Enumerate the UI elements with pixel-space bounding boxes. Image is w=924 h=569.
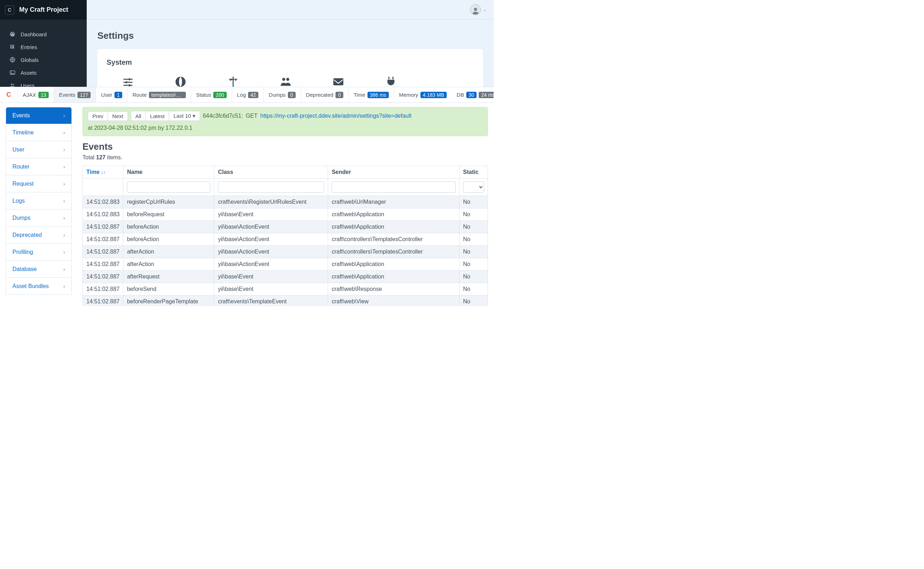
table-row[interactable]: 14:51:02.883registerCpUrlRulescraft\even… (83, 196, 488, 208)
debug-sidebar: Events›Timeline›User›Router›Request›Logs… (0, 103, 77, 306)
debug-cell-ajax[interactable]: AJAX13 (18, 87, 54, 102)
table-cell: craft\web\Application (328, 208, 460, 221)
debug-cell-db[interactable]: DB3024 ms (452, 87, 494, 102)
table-cell: beforeAction (123, 221, 214, 233)
table-cell: craft\web\Application (328, 271, 460, 283)
nav-entries[interactable]: Entries (0, 41, 87, 53)
latest-button[interactable]: Latest (146, 111, 169, 121)
request-meta: at 2023-04-28 02:51:02 pm by 172.22.0.1 (88, 124, 192, 132)
filter-time (83, 178, 123, 196)
table-cell: yii\base\ActionEvent (214, 258, 328, 271)
table-row[interactable]: 14:51:02.887beforeActionyii\base\ActionE… (83, 233, 488, 246)
debug-toolbar: C AJAX13Events127User1Routetemplates/re…… (0, 87, 494, 103)
col-class[interactable]: Class (214, 166, 328, 178)
table-cell: craft\web\Application (328, 258, 460, 271)
debug-side-profiling[interactable]: Profiling› (6, 243, 72, 261)
settings-heading: System (107, 58, 474, 67)
debug-side-request[interactable]: Request› (6, 175, 72, 192)
table-cell: craft\web\Application (328, 221, 460, 233)
request-url[interactable]: https://my-craft-project.ddev.site/admin… (261, 112, 411, 120)
table-cell: craft\controllers\TemplatesController (328, 233, 460, 246)
last10-button[interactable]: Last 10 ▾ (169, 111, 200, 121)
col-name[interactable]: Name (123, 166, 214, 178)
table-cell: 14:51:02.887 (83, 258, 123, 271)
svg-point-11 (286, 78, 289, 81)
col-sender[interactable]: Sender (328, 166, 460, 178)
plugin-icon[interactable] (382, 76, 399, 88)
globe-icon[interactable] (172, 76, 189, 88)
debug-logo[interactable]: C (0, 87, 18, 102)
debug-cell-label: Status (196, 92, 211, 98)
table-cell: beforeRequest (123, 208, 214, 221)
table-row[interactable]: 14:51:02.887afterActionyii\base\ActionEv… (83, 258, 488, 271)
table-cell: No (460, 258, 488, 271)
debug-side-label: Timeline (12, 129, 34, 136)
settings-icon-row (107, 76, 474, 88)
filter-sender-input[interactable] (332, 181, 455, 193)
prev-button[interactable]: Prev (88, 111, 108, 121)
debug-cell-time[interactable]: Time386 ms (349, 87, 394, 102)
page-title: Settings (97, 30, 483, 41)
debug-cell-label: Time (354, 92, 365, 98)
debug-cell-log[interactable]: Log42 (232, 87, 264, 102)
debug-cell-status[interactable]: Status200 (191, 87, 232, 102)
debug-cell-memory[interactable]: Memory4.183 MB (394, 87, 452, 102)
table-cell: 14:51:02.887 (83, 283, 123, 295)
table-row[interactable]: 14:51:02.887afterActionyii\base\ActionEv… (83, 246, 488, 258)
badge: 0 (288, 92, 296, 98)
debug-side-database[interactable]: Database› (6, 261, 72, 278)
debug-cell-label: Route (132, 92, 147, 98)
svg-point-6 (128, 78, 130, 81)
debug-side-user[interactable]: User› (6, 141, 72, 158)
debug-cell-events[interactable]: Events127 (54, 87, 96, 102)
all-button[interactable]: All (131, 111, 146, 121)
debug-side-router[interactable]: Router› (6, 158, 72, 175)
debug-cell-dumps[interactable]: Dumps0 (264, 87, 300, 102)
debug-side-timeline[interactable]: Timeline› (6, 124, 72, 141)
site-name[interactable]: My Craft Project (19, 6, 68, 14)
col-time[interactable]: Time↓↑ (83, 166, 123, 178)
svg-point-8 (128, 84, 130, 87)
badge: 127 (77, 92, 91, 98)
chevron-right-icon: › (63, 249, 65, 255)
debug-cell-user[interactable]: User1 (96, 87, 127, 102)
debug-side-dumps[interactable]: Dumps› (6, 210, 72, 227)
table-cell: afterRequest (123, 271, 214, 283)
table-row[interactable]: 14:51:02.887beforeSendyii\base\Eventcraf… (83, 283, 488, 295)
site-logo[interactable]: C (5, 5, 14, 15)
nav-globals[interactable]: Globals (0, 53, 87, 66)
nav-dashboard[interactable]: Dashboard (0, 28, 87, 41)
sliders-icon[interactable] (120, 76, 137, 88)
table-cell: registerCpUrlRules (123, 196, 214, 208)
debug-side-label: Deprecated (12, 232, 42, 238)
filter-class-input[interactable] (218, 181, 324, 193)
debug-side-events[interactable]: Events› (6, 107, 72, 124)
table-row[interactable]: 14:51:02.883beforeRequestyii\base\Eventc… (83, 208, 488, 221)
table-row[interactable]: 14:51:02.887beforeActionyii\base\ActionE… (83, 221, 488, 233)
svg-point-10 (282, 78, 285, 81)
badge: 4.183 MB (420, 92, 447, 98)
routes-icon[interactable] (225, 76, 242, 88)
admin-nav: Dashboard Entries Globals Assets Users (0, 28, 87, 92)
debug-side-label: Events (12, 113, 30, 119)
debug-side-logs[interactable]: Logs› (6, 192, 72, 210)
debug-cell-route[interactable]: Routetemplates/re… (127, 87, 191, 102)
debug-side-asset-bundles[interactable]: Asset Bundles› (6, 278, 72, 295)
filter-static-select[interactable] (463, 181, 484, 193)
filter-name-input[interactable] (127, 181, 210, 193)
debug-cell-deprecated[interactable]: Deprecated0 (301, 87, 349, 102)
debug-side-deprecated[interactable]: Deprecated› (6, 227, 72, 243)
debug-side-label: Router (12, 164, 29, 170)
email-icon[interactable] (330, 76, 347, 88)
next-button[interactable]: Next (108, 111, 128, 121)
table-row[interactable]: 14:51:02.887beforeRenderPageTemplatecraf… (83, 295, 488, 307)
table-cell: beforeAction (123, 233, 214, 246)
user-menu[interactable]: ⌄ (470, 4, 487, 15)
people-icon[interactable] (277, 76, 294, 88)
table-row[interactable]: 14:51:02.887afterRequestyii\base\Eventcr… (83, 271, 488, 283)
table-cell: 14:51:02.887 (83, 233, 123, 246)
table-cell: 14:51:02.883 (83, 196, 123, 208)
nav-assets[interactable]: Assets (0, 66, 87, 79)
badge: 1 (114, 92, 122, 98)
col-static[interactable]: Static (460, 166, 488, 178)
